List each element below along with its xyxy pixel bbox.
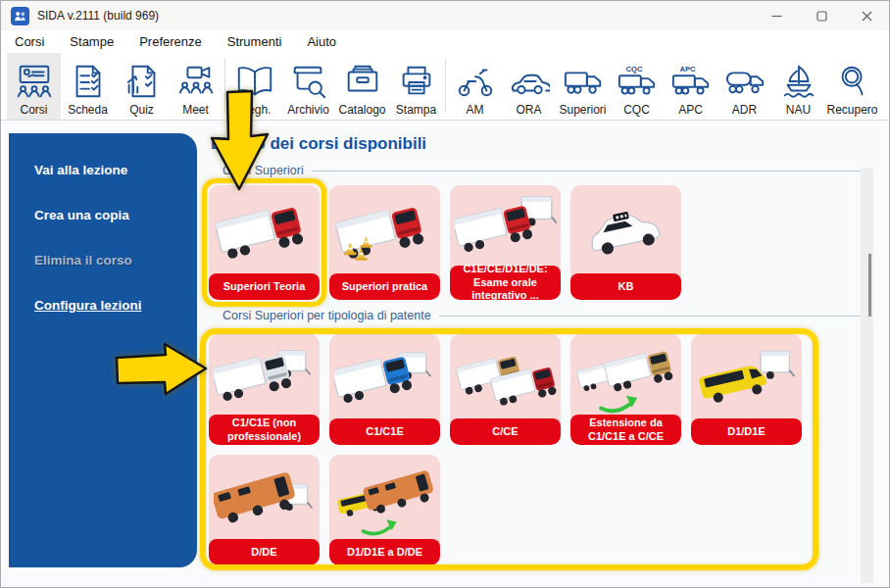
toolbar-scheda-button[interactable]: Scheda <box>61 53 115 120</box>
quiz-stats-document-icon <box>122 61 163 102</box>
sailboat-icon <box>778 61 819 102</box>
truck-icon-apc: APC <box>670 61 712 102</box>
sidebar-item-crea-una-copia[interactable]: Crea una copia <box>34 208 187 222</box>
svg-text:APC: APC <box>679 65 696 74</box>
menu-aiuto[interactable]: Aiuto <box>307 34 336 49</box>
course-card-d-de[interactable]: D/DE <box>209 455 320 565</box>
toolbar-label: AM <box>467 103 484 117</box>
toolbar-label: Stampa <box>396 103 436 117</box>
toolbar-label: Meet <box>182 103 209 117</box>
toolbar-label: ADR <box>732 103 757 117</box>
course-card-label: KB <box>570 273 681 300</box>
white-truck-trailer-illustration <box>209 334 320 415</box>
course-card-c1-c1e-non-prof[interactable]: C1/C1E (non professionale) <box>209 334 320 445</box>
section-header-corsi-superiori: Corsi Superiori <box>222 164 864 177</box>
toolbar-label: Quiz <box>129 103 154 117</box>
menu-strumenti[interactable]: Strumenti <box>227 34 282 49</box>
toolbar-catalogo-button[interactable]: Catalogo <box>335 53 389 120</box>
sidebar-item-configura-lezioni[interactable]: Configura lezioni <box>34 298 187 313</box>
open-book-icon <box>234 61 275 102</box>
toolbar-label: CQC <box>623 103 650 117</box>
toolbar-am-button[interactable]: AM <box>448 53 502 120</box>
title-bar: SIDA v.2111 (build 969) <box>1 1 889 30</box>
content-area: Vai alla lezione Crea una copia Elimina … <box>1 121 889 587</box>
section-label: Corsi Superiori <box>222 164 304 177</box>
menu-preferenze[interactable]: Preferenze <box>139 34 202 49</box>
toolbar-nau-button[interactable]: NAU <box>771 53 825 120</box>
toolbar-corsi-button[interactable]: Corsi <box>7 53 61 120</box>
section-rule <box>312 171 864 172</box>
magnifier-icon <box>832 61 873 102</box>
video-meeting-icon <box>175 61 217 102</box>
blue-to-tan-truck-upgrade-illustration <box>570 334 681 415</box>
course-card-label: D/DE <box>209 539 320 565</box>
people-app-icon <box>11 7 29 25</box>
page-title: Elenco dei corsi disponibili <box>211 134 426 154</box>
tanker-truck-icon <box>724 61 766 102</box>
course-card-c1e-esame-orale[interactable]: C1E/CE/D1E/DE: Esame orale integrativo .… <box>450 185 561 300</box>
toolbar-label: Archivio <box>287 103 329 117</box>
maximize-icon[interactable] <box>799 1 844 30</box>
toolbar-separator <box>224 59 225 112</box>
toolbar-cqc-button[interactable]: CQC CQC <box>610 53 664 120</box>
toolbar: Corsi Scheda Quiz <box>1 53 889 121</box>
toolbar-label: Piegh. <box>237 103 271 117</box>
toolbar-label: Corsi <box>20 103 47 117</box>
toolbar-label: NAU <box>786 103 811 117</box>
course-card-kb[interactable]: KB <box>570 185 681 300</box>
app-window: SIDA v.2111 (build 969) Corsi Stampe Pre… <box>0 0 890 588</box>
close-icon[interactable] <box>844 1 889 30</box>
menu-corsi[interactable]: Corsi <box>15 34 44 49</box>
blue-truck-trailer-illustration <box>329 334 440 418</box>
sidebar: Vai alla lezione Crea una copia Elimina … <box>9 133 197 567</box>
toolbar-archivio-button[interactable]: Archivio <box>281 53 335 120</box>
course-card-c1-c1e[interactable]: C1/C1E <box>329 334 440 445</box>
course-card-superiori-pratica[interactable]: Superiori pratica <box>329 185 440 300</box>
toolbar-recupero-button[interactable]: Recupero <box>825 53 879 120</box>
vertical-scrollbar[interactable] <box>861 168 873 583</box>
course-card-label: Estensione da C1/C1E a C/CE <box>570 415 681 445</box>
catalog-drawer-icon <box>342 61 383 102</box>
svg-text:CQC: CQC <box>625 65 642 74</box>
toolbar-label: Catalogo <box>338 103 385 117</box>
minibus-to-bus-upgrade-illustration <box>329 455 440 539</box>
minimize-icon[interactable] <box>754 1 799 30</box>
toolbar-label: APC <box>678 103 703 117</box>
red-box-truck-cones-illustration <box>329 185 440 273</box>
scrollbar-thumb[interactable] <box>868 254 871 317</box>
toolbar-adr-button[interactable]: ADR <box>717 53 771 120</box>
course-card-label: C1/C1E (non professionale) <box>209 415 320 445</box>
toolbar-quiz-button[interactable]: Quiz <box>115 53 169 120</box>
toolbar-ora-button[interactable]: ORA <box>502 53 556 120</box>
toolbar-label: Scheda <box>68 103 108 117</box>
moped-icon <box>455 61 496 102</box>
toolbar-separator <box>445 59 446 112</box>
card-row-1: Superiori Teoria Superiori pratica <box>209 185 681 300</box>
tan-and-red-trucks-illustration <box>450 334 561 418</box>
toolbar-meet-button[interactable]: Meet <box>169 53 222 120</box>
toolbar-stampa-button[interactable]: Stampa <box>389 53 443 120</box>
sidebar-item-elimina-il-corso: Elimina il corso <box>34 253 187 268</box>
archive-search-icon <box>288 61 329 102</box>
yellow-minibus-trailer-illustration <box>691 334 802 418</box>
section-label: Corsi Superiori per tipologia di patente <box>222 309 431 322</box>
course-card-label: D1/D1E <box>691 418 802 445</box>
toolbar-piegh-button[interactable]: Piegh. <box>227 53 281 120</box>
toolbar-apc-button[interactable]: APC APC <box>664 53 717 120</box>
course-card-c-ce[interactable]: C/CE <box>450 334 561 445</box>
toolbar-superiori-button[interactable]: Superiori <box>556 53 610 120</box>
section-rule <box>439 316 864 317</box>
truck-icon-cqc: CQC <box>617 61 658 102</box>
toolbar-label: ORA <box>516 103 541 117</box>
card-row-3: D/DE D1/D1E a D/DE <box>209 455 440 565</box>
course-card-superiori-teoria[interactable]: Superiori Teoria <box>209 185 320 300</box>
menu-stampe[interactable]: Stampe <box>70 34 114 49</box>
course-card-label: C/CE <box>450 418 561 445</box>
classroom-presentation-icon <box>14 61 55 102</box>
course-card-d1d1e-a-dde[interactable]: D1/D1E a D/DE <box>329 455 440 565</box>
truck-icon <box>563 61 604 102</box>
sidebar-item-vai-alla-lezione[interactable]: Vai alla lezione <box>34 163 187 177</box>
course-card-estensione-c1c1e-cce[interactable]: Estensione da C1/C1E a C/CE <box>570 334 681 445</box>
orange-bus-trailer-illustration <box>209 455 320 539</box>
course-card-d1-d1e[interactable]: D1/D1E <box>691 334 802 445</box>
